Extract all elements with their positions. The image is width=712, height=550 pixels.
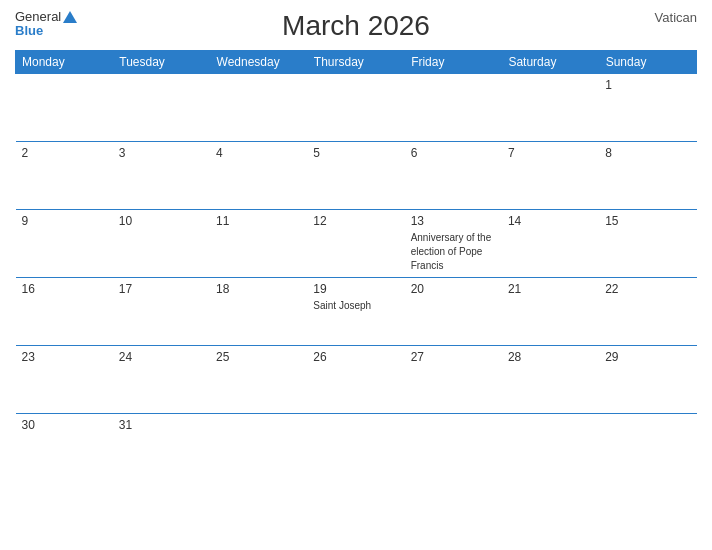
table-row: 25: [210, 346, 307, 414]
table-row: 20: [405, 278, 502, 346]
weekday-header-monday: Monday: [16, 51, 113, 74]
day-number: 11: [216, 214, 301, 228]
calendar-grid: MondayTuesdayWednesdayThursdayFridaySatu…: [15, 50, 697, 469]
day-number: 6: [411, 146, 496, 160]
table-row: 29: [599, 346, 696, 414]
calendar-header: General Blue March 2026 Vatican: [15, 10, 697, 42]
table-row: 13Anniversary of the election of Pope Fr…: [405, 210, 502, 278]
table-row: 18: [210, 278, 307, 346]
table-row: [502, 414, 599, 469]
day-number: 17: [119, 282, 204, 296]
table-row: 6: [405, 142, 502, 210]
table-row: [210, 414, 307, 469]
day-number: 20: [411, 282, 496, 296]
table-row: 3: [113, 142, 210, 210]
day-number: 2: [22, 146, 107, 160]
table-row: 4: [210, 142, 307, 210]
table-row: 30: [16, 414, 113, 469]
table-row: [16, 74, 113, 142]
day-number: 24: [119, 350, 204, 364]
table-row: 16: [16, 278, 113, 346]
table-row: 24: [113, 346, 210, 414]
day-number: 1: [605, 78, 690, 92]
weekday-header-row: MondayTuesdayWednesdayThursdayFridaySatu…: [16, 51, 697, 74]
table-row: 12: [307, 210, 404, 278]
table-row: 28: [502, 346, 599, 414]
event-text: Anniversary of the election of Pope Fran…: [411, 232, 492, 271]
table-row: [502, 74, 599, 142]
table-row: 2: [16, 142, 113, 210]
table-row: 10: [113, 210, 210, 278]
table-row: 9: [16, 210, 113, 278]
weekday-header-saturday: Saturday: [502, 51, 599, 74]
table-row: [307, 414, 404, 469]
day-number: 28: [508, 350, 593, 364]
weekday-header-tuesday: Tuesday: [113, 51, 210, 74]
table-row: 5: [307, 142, 404, 210]
day-number: 29: [605, 350, 690, 364]
day-number: 16: [22, 282, 107, 296]
day-number: 19: [313, 282, 398, 296]
day-number: 12: [313, 214, 398, 228]
day-number: 23: [22, 350, 107, 364]
day-number: 14: [508, 214, 593, 228]
table-row: 22: [599, 278, 696, 346]
table-row: 7: [502, 142, 599, 210]
calendar-body: 12345678910111213Anniversary of the elec…: [16, 74, 697, 469]
calendar-container: General Blue March 2026 Vatican MondayTu…: [0, 0, 712, 550]
table-row: [210, 74, 307, 142]
logo: General Blue: [15, 10, 77, 39]
week-row-2: 2345678: [16, 142, 697, 210]
day-number: 4: [216, 146, 301, 160]
logo-general-text: General: [15, 10, 61, 24]
weekday-header-sunday: Sunday: [599, 51, 696, 74]
day-number: 5: [313, 146, 398, 160]
table-row: [405, 414, 502, 469]
country-label: Vatican: [655, 10, 697, 25]
day-number: 27: [411, 350, 496, 364]
table-row: 27: [405, 346, 502, 414]
week-row-1: 1: [16, 74, 697, 142]
day-number: 30: [22, 418, 107, 432]
table-row: [599, 414, 696, 469]
calendar-title: March 2026: [282, 10, 430, 42]
table-row: 17: [113, 278, 210, 346]
week-row-5: 23242526272829: [16, 346, 697, 414]
event-text: Saint Joseph: [313, 300, 371, 311]
weekday-header-friday: Friday: [405, 51, 502, 74]
table-row: 19Saint Joseph: [307, 278, 404, 346]
table-row: 8: [599, 142, 696, 210]
table-row: [113, 74, 210, 142]
day-number: 13: [411, 214, 496, 228]
table-row: 15: [599, 210, 696, 278]
day-number: 7: [508, 146, 593, 160]
logo-blue-text: Blue: [15, 24, 43, 38]
table-row: 1: [599, 74, 696, 142]
day-number: 22: [605, 282, 690, 296]
table-row: 23: [16, 346, 113, 414]
week-row-4: 16171819Saint Joseph202122: [16, 278, 697, 346]
day-number: 26: [313, 350, 398, 364]
week-row-6: 3031: [16, 414, 697, 469]
table-row: 21: [502, 278, 599, 346]
table-row: [307, 74, 404, 142]
week-row-3: 910111213Anniversary of the election of …: [16, 210, 697, 278]
day-number: 8: [605, 146, 690, 160]
table-row: 26: [307, 346, 404, 414]
weekday-header-wednesday: Wednesday: [210, 51, 307, 74]
day-number: 3: [119, 146, 204, 160]
day-number: 15: [605, 214, 690, 228]
table-row: 31: [113, 414, 210, 469]
day-number: 25: [216, 350, 301, 364]
day-number: 9: [22, 214, 107, 228]
weekday-header-thursday: Thursday: [307, 51, 404, 74]
day-number: 21: [508, 282, 593, 296]
logo-triangle-icon: [63, 11, 77, 23]
calendar-header-row: MondayTuesdayWednesdayThursdayFridaySatu…: [16, 51, 697, 74]
table-row: [405, 74, 502, 142]
table-row: 14: [502, 210, 599, 278]
table-row: 11: [210, 210, 307, 278]
day-number: 10: [119, 214, 204, 228]
day-number: 18: [216, 282, 301, 296]
day-number: 31: [119, 418, 204, 432]
